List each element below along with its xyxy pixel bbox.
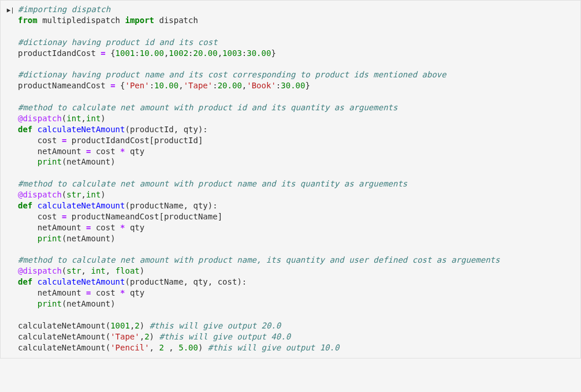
brace: }	[271, 48, 275, 58]
comma: ,	[218, 48, 222, 58]
str-literal: 'Tape'	[184, 81, 213, 90]
rparen: )	[100, 190, 105, 199]
arg: productName	[130, 201, 184, 210]
var-name: netAmount	[38, 147, 81, 156]
var-name: productNameandCost	[18, 81, 106, 90]
module-name: multipledispatch	[42, 16, 120, 25]
code-cell[interactable]: ▶| #importing dispatch from multipledisp…	[0, 0, 581, 359]
lparen: (	[125, 201, 129, 210]
type-int: int	[91, 266, 105, 275]
rbracket: ]	[198, 136, 203, 145]
arg: productId	[130, 125, 174, 134]
num-literal: 2	[135, 321, 139, 330]
num-literal: 1002	[169, 48, 188, 58]
arg: qty	[193, 201, 207, 210]
rparen: )	[150, 332, 154, 341]
type-int: int	[66, 114, 81, 123]
run-cell-icon[interactable]: ▶|	[7, 6, 14, 15]
op-assign: =	[86, 223, 91, 232]
builtin-print: print	[38, 157, 62, 166]
type-int: int	[86, 190, 100, 199]
op-mul: *	[120, 223, 125, 232]
var-name: netAmount	[66, 234, 110, 243]
type-float: float	[116, 266, 140, 275]
comma: ,	[106, 266, 110, 275]
code-comment: #dictionay having product name and its c…	[18, 70, 446, 79]
call-name: calculateNetAmount	[18, 321, 106, 330]
lparen: (	[125, 277, 129, 286]
code-comment: #method to calculate net amount with pro…	[18, 255, 500, 264]
func-name: calculateNetAmount	[38, 125, 125, 134]
type-str: str	[66, 190, 81, 199]
code-comment: #method to calculate net amount with pro…	[18, 179, 407, 188]
func-name: calculateNetAmount	[38, 201, 125, 210]
comma: ,	[184, 277, 188, 286]
brace: {	[110, 48, 115, 58]
rparen: )	[237, 277, 241, 286]
str-literal: 'Tape'	[110, 332, 140, 341]
rparen: )	[110, 299, 115, 308]
colon: :	[242, 48, 247, 58]
call-name: calculateNetAmount	[18, 343, 106, 352]
lbracket: [	[150, 136, 154, 145]
var-name: productIdandCost	[18, 48, 96, 58]
lbracket: [	[159, 212, 163, 221]
comma: ,	[178, 81, 183, 90]
kw-def: def	[18, 277, 32, 286]
var-name: productName	[164, 212, 218, 221]
num-literal: 5.00	[178, 343, 198, 352]
arg: qty	[184, 125, 198, 134]
num-literal: 2	[159, 343, 163, 352]
colon: :	[135, 48, 139, 58]
rparen: )	[140, 321, 144, 330]
type-str: str	[66, 266, 81, 275]
op-assign: =	[62, 136, 66, 145]
var-name: qty	[130, 147, 144, 156]
kw-import: import	[125, 16, 154, 25]
kw-from: from	[18, 16, 38, 25]
rbracket: ]	[218, 212, 222, 221]
var-name: productIdandCost	[72, 136, 150, 145]
code-comment: #this will give output 20.0	[150, 321, 281, 330]
code-editor[interactable]: #importing dispatch from multipledispatc…	[18, 4, 578, 353]
code-comment: #this will give output 40.0	[159, 332, 290, 341]
num-literal: 1001	[116, 48, 135, 58]
colon: :	[213, 201, 217, 210]
var-name: cost	[96, 147, 116, 156]
str-literal: 'Book'	[247, 81, 276, 90]
lparen: (	[106, 321, 110, 330]
code-comment: #dictionay having product id and its cos…	[18, 38, 218, 47]
import-name: dispatch	[159, 16, 198, 25]
rparen: )	[208, 201, 213, 210]
op-assign: =	[100, 48, 105, 58]
var-name: netAmount	[66, 299, 110, 308]
num-literal: 10.00	[154, 81, 178, 90]
var-name: cost	[96, 223, 116, 232]
code-comment: #this will give output 10.0	[208, 343, 340, 352]
rparen: )	[110, 157, 115, 166]
var-name: netAmount	[38, 288, 81, 297]
num-literal: 20.00	[193, 48, 218, 58]
colon: :	[213, 81, 217, 90]
rparen: )	[110, 234, 115, 243]
lparen: (	[106, 343, 110, 352]
var-name: netAmount	[66, 157, 110, 166]
lparen: (	[106, 332, 110, 341]
comma: ,	[150, 343, 154, 352]
str-literal: 'Pen'	[125, 81, 149, 90]
num-literal: 30.00	[247, 48, 271, 58]
var-name: qty	[130, 223, 144, 232]
str-literal: 'Pencil'	[110, 343, 149, 352]
colon: :	[188, 48, 193, 58]
colon: :	[150, 81, 154, 90]
var-name: cost	[96, 288, 116, 297]
colon: :	[203, 125, 207, 134]
rparen: )	[198, 343, 203, 352]
var-name: netAmount	[38, 223, 81, 232]
kw-def: def	[18, 125, 32, 134]
rparen: )	[100, 114, 105, 123]
arg: cost	[218, 277, 237, 286]
op-assign: =	[62, 212, 66, 221]
arg: qty	[193, 277, 207, 286]
builtin-print: print	[38, 234, 62, 243]
